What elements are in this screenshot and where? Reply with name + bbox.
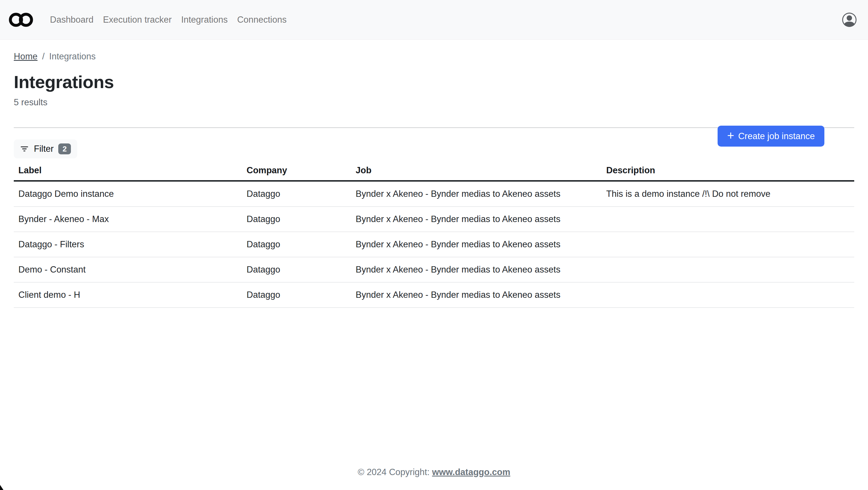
create-job-instance-button[interactable]: + Create job instance (718, 126, 825, 146)
create-button-label: Create job instance (738, 131, 815, 141)
cell-label: Dataggo - Filters (14, 232, 242, 257)
page-footer: © 2024 Copyright: www.dataggo.com (0, 467, 868, 478)
table-row[interactable]: Dataggo Demo instance Dataggo Bynder x A… (14, 181, 854, 207)
cell-label: Bynder - Akeneo - Max (14, 206, 242, 232)
cell-job: Bynder x Akeneo - Bynder medias to Akene… (351, 181, 601, 207)
cursor-artifact (0, 485, 3, 490)
cell-job: Bynder x Akeneo - Bynder medias to Akene… (351, 257, 601, 282)
table-row[interactable]: Client demo - H Dataggo Bynder x Akeneo … (14, 282, 854, 307)
cell-description (601, 232, 854, 257)
filter-label: Filter (34, 144, 54, 154)
column-header-description: Description (601, 162, 854, 181)
cell-description (601, 282, 854, 307)
footer-site-link[interactable]: www.dataggo.com (432, 467, 510, 477)
breadcrumb-current: Integrations (49, 51, 96, 62)
nav-item-execution-tracker[interactable]: Execution tracker (103, 14, 172, 26)
nav-item-connections[interactable]: Connections (237, 14, 286, 26)
cell-company: Dataggo (242, 282, 351, 307)
column-header-company: Company (242, 162, 351, 181)
table-row[interactable]: Bynder - Akeneo - Max Dataggo Bynder x A… (14, 206, 854, 232)
breadcrumb-separator: / (42, 51, 45, 62)
results-count: 5 results (14, 97, 854, 108)
person-circle-icon (842, 12, 857, 27)
copyright-text: © 2024 Copyright: (358, 467, 429, 477)
cell-label: Client demo - H (14, 282, 242, 307)
table-header-row: Label Company Job Description (14, 162, 854, 181)
top-navbar: Dashboard Execution tracker Integrations… (0, 0, 868, 40)
cell-job: Bynder x Akeneo - Bynder medias to Akene… (351, 282, 601, 307)
filter-lines-icon (20, 144, 29, 154)
cell-job: Bynder x Akeneo - Bynder medias to Akene… (351, 232, 601, 257)
cell-description (601, 257, 854, 282)
plus-icon: + (727, 130, 734, 142)
cell-company: Dataggo (242, 232, 351, 257)
breadcrumb: Home / Integrations (14, 51, 854, 62)
cell-company: Dataggo (242, 206, 351, 232)
filter-count-badge: 2 (58, 143, 71, 154)
table-row[interactable]: Dataggo - Filters Dataggo Bynder x Akene… (14, 232, 854, 257)
main-content: Home / Integrations Integrations 5 resul… (0, 51, 868, 308)
filter-button[interactable]: Filter 2 (14, 139, 77, 158)
breadcrumb-home-link[interactable]: Home (14, 51, 38, 62)
cell-description: This is a demo instance /!\ Do not remov… (601, 181, 854, 207)
column-header-label: Label (14, 162, 242, 181)
cell-label: Dataggo Demo instance (14, 181, 242, 207)
infinity-logo-icon[interactable] (9, 12, 33, 28)
nav-item-dashboard[interactable]: Dashboard (50, 14, 94, 26)
integrations-table: Label Company Job Description Dataggo De… (14, 162, 854, 308)
cell-job: Bynder x Akeneo - Bynder medias to Akene… (351, 206, 601, 232)
column-header-job: Job (351, 162, 601, 181)
user-menu-button[interactable] (842, 12, 857, 27)
cell-label: Demo - Constant (14, 257, 242, 282)
page-title: Integrations (14, 72, 854, 92)
table-row[interactable]: Demo - Constant Dataggo Bynder x Akeneo … (14, 257, 854, 282)
main-nav: Dashboard Execution tracker Integrations… (50, 14, 287, 26)
cell-company: Dataggo (242, 257, 351, 282)
cell-company: Dataggo (242, 181, 351, 207)
nav-item-integrations[interactable]: Integrations (181, 14, 228, 26)
cell-description (601, 206, 854, 232)
